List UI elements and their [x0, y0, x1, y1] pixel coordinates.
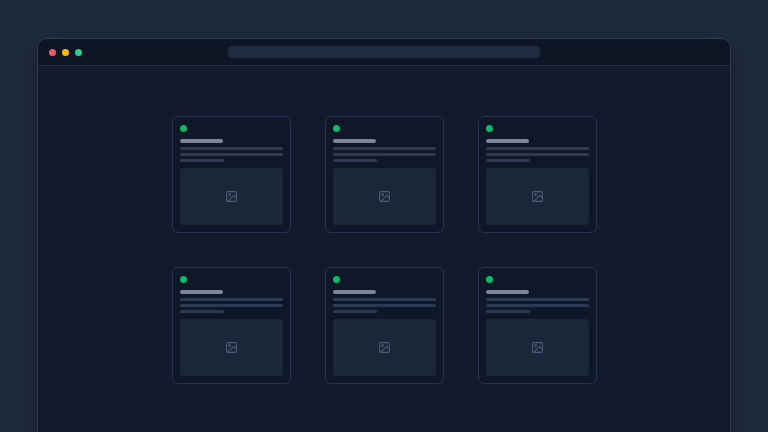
- skeleton-title-bar: [486, 290, 529, 294]
- image-icon: [225, 341, 238, 354]
- skeleton-text-line: [180, 298, 283, 301]
- image-icon: [531, 190, 544, 203]
- status-dot-icon: [486, 276, 493, 283]
- skeleton-text-line: [333, 159, 377, 162]
- zoom-button[interactable]: [75, 49, 82, 56]
- skeleton-title-bar: [333, 139, 376, 143]
- window-titlebar[interactable]: [38, 39, 730, 66]
- image-icon: [378, 341, 391, 354]
- skeleton-title-bar: [333, 290, 376, 294]
- card[interactable]: [325, 116, 444, 233]
- close-button[interactable]: [49, 49, 56, 56]
- image-placeholder: [333, 168, 436, 225]
- window-content: [38, 66, 730, 384]
- skeleton-text-line: [486, 159, 530, 162]
- skeleton-text-line: [333, 147, 436, 150]
- skeleton-text-line: [333, 153, 436, 156]
- skeleton-text-line: [180, 153, 283, 156]
- image-placeholder: [180, 319, 283, 376]
- skeleton-text-line: [180, 147, 283, 150]
- image-icon: [225, 190, 238, 203]
- card[interactable]: [172, 267, 291, 384]
- status-dot-icon: [180, 276, 187, 283]
- skeleton-text-line: [333, 310, 377, 313]
- image-placeholder: [486, 168, 589, 225]
- minimize-button[interactable]: [62, 49, 69, 56]
- image-placeholder: [486, 319, 589, 376]
- skeleton-title-bar: [180, 290, 223, 294]
- image-placeholder: [180, 168, 283, 225]
- skeleton-text-line: [486, 147, 589, 150]
- skeleton-text-line: [486, 304, 589, 307]
- image-icon: [378, 190, 391, 203]
- status-dot-icon: [333, 276, 340, 283]
- status-dot-icon: [180, 125, 187, 132]
- image-placeholder: [333, 319, 436, 376]
- card[interactable]: [172, 116, 291, 233]
- card[interactable]: [325, 267, 444, 384]
- skeleton-text-line: [180, 304, 283, 307]
- skeleton-title-bar: [180, 139, 223, 143]
- skeleton-text-line: [333, 304, 436, 307]
- skeleton-text-line: [486, 310, 530, 313]
- card[interactable]: [478, 116, 597, 233]
- skeleton-text-line: [486, 153, 589, 156]
- skeleton-text-line: [180, 159, 224, 162]
- skeleton-text-line: [180, 310, 224, 313]
- url-bar[interactable]: [228, 46, 540, 58]
- skeleton-text-line: [486, 298, 589, 301]
- traffic-lights: [49, 39, 82, 65]
- status-dot-icon: [333, 125, 340, 132]
- status-dot-icon: [486, 125, 493, 132]
- skeleton-text-line: [333, 298, 436, 301]
- skeleton-title-bar: [486, 139, 529, 143]
- image-icon: [531, 341, 544, 354]
- card[interactable]: [478, 267, 597, 384]
- cards-grid: [172, 116, 597, 384]
- browser-window: [37, 38, 731, 432]
